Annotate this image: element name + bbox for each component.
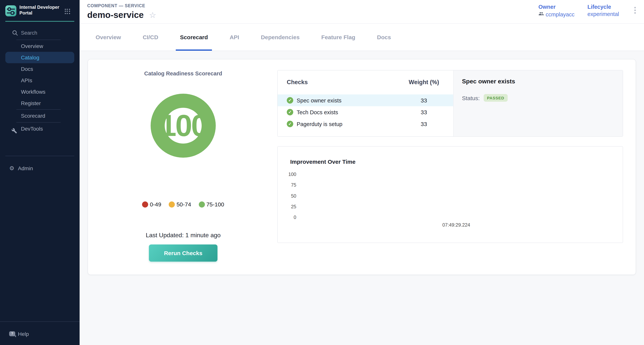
tab-scorecard[interactable]: Scorecard [180, 24, 208, 51]
sidebar-item-register[interactable]: Register [0, 98, 80, 109]
y-axis-tick: 75 [281, 182, 296, 188]
viewport: Internal Developer Portal Overview Catal… [0, 0, 644, 345]
sidebar-search[interactable] [0, 28, 80, 38]
wrench-icon [12, 126, 17, 138]
tab-cicd[interactable]: CI/CD [142, 24, 158, 51]
entity-meta: Owner ccmplayacc Lifecycle experimental [538, 4, 638, 18]
apps-grid-icon[interactable] [65, 9, 70, 14]
sidebar-nav-secondary: Scorecard [0, 110, 80, 122]
check-passed-icon [287, 109, 293, 116]
legend-dot-amber [169, 201, 175, 207]
tab-api[interactable]: API [230, 24, 239, 51]
main-area: COMPONENT — SERVICE demo-service Owner c… [80, 0, 644, 345]
lifecycle-label: Lifecycle [588, 4, 619, 10]
check-passed-icon [287, 121, 293, 127]
check-detail-panel: Spec owner exists Status: PASSED [453, 70, 623, 136]
x-axis-tick: 07:49:29.224 [442, 222, 470, 228]
sidebar-divider [16, 122, 60, 122]
more-options-icon[interactable] [632, 6, 638, 14]
legend-dot-red [142, 201, 148, 207]
checks-column-header: Checks [287, 79, 308, 86]
sidebar-item-workflows[interactable]: Workflows [0, 86, 80, 98]
sidebar-item-catalog[interactable]: Catalog [5, 52, 74, 63]
y-axis-tick: 25 [281, 204, 296, 210]
favorite-star-icon[interactable] [149, 11, 156, 19]
checks-rows: Spec owner exists 33 Tech Docs exists 33… [278, 94, 453, 130]
sidebar-item-label: DevTools [21, 126, 43, 132]
legend-item-high: 75-100 [199, 201, 224, 208]
last-updated-text: Last Updated: 1 minute ago [88, 232, 278, 239]
sidebar-nav-tools: DevTools [0, 123, 80, 134]
status-badge: PASSED [484, 94, 508, 102]
sidebar-item-docs[interactable]: Docs [0, 63, 80, 75]
scorecard-card: Catalog Readiness Scorecard 100 0-49 50-… [88, 59, 636, 275]
owner-label: Owner [538, 4, 574, 10]
checks-panel: Checks Weight (%) Spec owner exists 33 T… [277, 70, 623, 137]
sidebar: Internal Developer Portal Overview Catal… [0, 0, 80, 345]
y-axis-tick: 100 [281, 172, 296, 177]
sidebar-item-label: Help [18, 328, 29, 340]
weight-column-header: Weight (%) [409, 79, 439, 86]
sidebar-item-scorecard[interactable]: Scorecard [0, 110, 80, 122]
owner-link[interactable]: ccmplayacc [538, 11, 574, 18]
entity-tabs: Overview CI/CD Scorecard API Dependencie… [80, 24, 644, 51]
score-value: 100 [160, 108, 207, 143]
sidebar-item-devtools[interactable]: DevTools [0, 123, 80, 134]
status-label: Status: [462, 95, 480, 101]
check-passed-icon [287, 97, 293, 104]
owner-value: ccmplayacc [546, 11, 574, 17]
table-row[interactable]: Spec owner exists 33 [278, 94, 453, 106]
sidebar-divider [16, 109, 60, 110]
sidebar-item-label: Admin [18, 162, 33, 174]
score-gauge: 100 [150, 94, 216, 158]
search-icon [12, 30, 18, 37]
score-legend: 0-49 50-74 75-100 [88, 201, 278, 208]
sidebar-item-apis[interactable]: APIs [0, 75, 80, 86]
tab-overview[interactable]: Overview [96, 24, 121, 51]
sidebar-divider [5, 156, 74, 156]
breadcrumb: COMPONENT — SERVICE [87, 4, 145, 8]
legend-item-mid: 50-74 [169, 201, 191, 208]
app-logo-icon [5, 5, 16, 16]
y-axis-tick: 0 [281, 215, 296, 220]
table-row[interactable]: Pagerduty is setup 33 [278, 118, 453, 130]
app-root: Internal Developer Portal Overview Catal… [0, 0, 644, 345]
chart-title: Improvement Over Time [290, 158, 356, 165]
rerun-checks-button[interactable]: Rerun Checks [149, 244, 218, 262]
page-title: demo-service [87, 10, 144, 20]
legend-label: 0-49 [150, 201, 161, 208]
entity-header: COMPONENT — SERVICE demo-service Owner c… [80, 0, 644, 24]
tab-dependencies[interactable]: Dependencies [261, 24, 300, 51]
tab-docs[interactable]: Docs [377, 24, 391, 51]
gear-icon [8, 162, 15, 174]
lifecycle-block: Lifecycle experimental [588, 4, 619, 17]
check-detail-title: Spec owner exists [462, 78, 614, 85]
help-chat-icon: ? [9, 331, 15, 336]
sidebar-nav: Overview Catalog Docs APIs Workflows Reg… [0, 40, 80, 109]
y-axis-tick: 50 [281, 194, 296, 199]
checks-table: Checks Weight (%) Spec owner exists 33 T… [278, 70, 453, 136]
sidebar-divider [0, 322, 80, 322]
tab-content: Catalog Readiness Scorecard 100 0-49 50-… [80, 51, 644, 345]
sidebar-accent-divider [5, 21, 74, 22]
app-title: Internal Developer Portal [20, 4, 62, 16]
improvement-chart: Improvement Over Time 100 75 50 25 0 07:… [277, 146, 623, 243]
legend-label: 75-100 [206, 201, 224, 208]
scorecard-title: Catalog Readiness Scorecard [88, 70, 278, 76]
legend-item-low: 0-49 [142, 201, 161, 208]
search-input[interactable] [21, 28, 70, 37]
legend-label: 50-74 [176, 201, 191, 208]
lifecycle-value: experimental [588, 11, 619, 17]
table-row[interactable]: Tech Docs exists 33 [278, 106, 453, 118]
owner-block: Owner ccmplayacc [538, 4, 574, 18]
sidebar-item-overview[interactable]: Overview [0, 40, 80, 52]
group-icon [538, 11, 544, 18]
gauge-column: Catalog Readiness Scorecard 100 0-49 50-… [88, 60, 278, 274]
sidebar-divider [16, 40, 60, 40]
sidebar-item-help[interactable]: ? Help [0, 328, 80, 340]
sidebar-item-admin[interactable]: Admin [0, 162, 80, 174]
tab-feature-flag[interactable]: Feature Flag [321, 24, 355, 51]
legend-dot-green [199, 201, 205, 207]
